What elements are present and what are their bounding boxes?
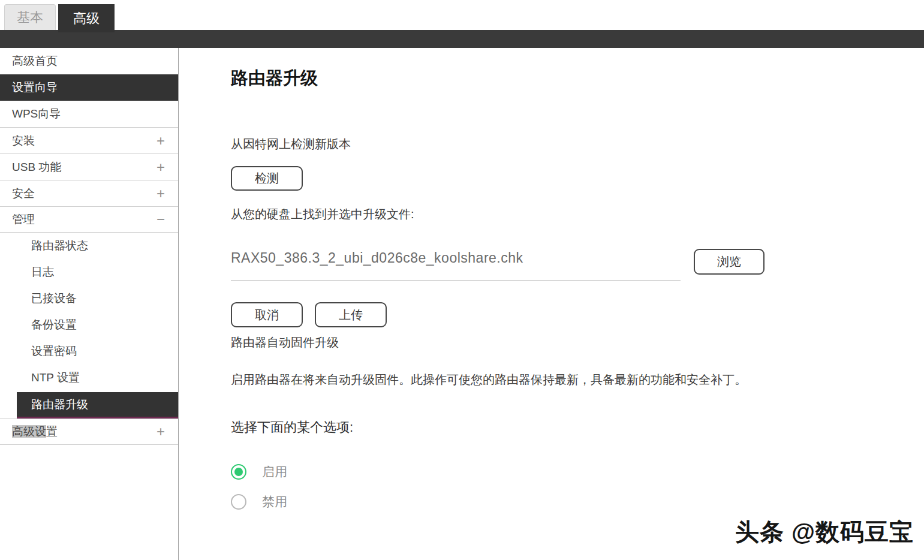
main-content: 路由器升级 从因特网上检测新版本 检测 从您的硬盘上找到并选中升级文件: RAX… <box>231 48 924 560</box>
sidebar-subitem-router-status[interactable]: 路由器状态 <box>0 233 178 259</box>
sidebar-subitem-set-password[interactable]: 设置密码 <box>0 338 178 365</box>
radio-option-enable[interactable]: 启用 <box>231 463 287 480</box>
sidebar-group-label: 安装 <box>12 133 35 149</box>
sidebar-group-label-rest: 置 <box>46 425 58 438</box>
text-selection-highlight: 高级设 <box>12 425 46 438</box>
auto-upgrade-description: 启用路由器在将来自动升级固件。此操作可使您的路由器保持最新，具备最新的功能和安全… <box>231 372 806 388</box>
filename-underline <box>231 281 681 281</box>
sidebar-group-label: 高级设置 <box>12 424 58 439</box>
collapse-minus-icon[interactable]: − <box>156 212 165 227</box>
sidebar-subitem-logs[interactable]: 日志 <box>0 259 178 285</box>
expand-plus-icon[interactable]: + <box>156 134 165 148</box>
sidebar-subitem-attached-devices[interactable]: 已接设备 <box>0 285 178 312</box>
watermark-text: 头条 @数码豆宝 <box>735 516 914 549</box>
sidebar-group-advanced-setup[interactable]: 高级设置 + <box>0 419 178 445</box>
sidebar-item-wps-wizard[interactable]: WPS向导 <box>0 101 178 127</box>
sidebar-item-setup-wizard[interactable]: 设置向导 <box>0 74 178 101</box>
expand-plus-icon[interactable]: + <box>156 160 165 174</box>
auto-upgrade-title: 路由器自动固件升级 <box>231 335 339 351</box>
check-internet-label: 从因特网上检测新版本 <box>231 136 351 152</box>
file-locate-label: 从您的硬盘上找到并选中升级文件: <box>231 206 414 222</box>
tab-basic[interactable]: 基本 <box>4 4 56 30</box>
sidebar-group-label: 安全 <box>12 186 35 201</box>
sidebar-subitem-ntp-settings[interactable]: NTP 设置 <box>0 365 178 391</box>
page-title: 路由器升级 <box>231 67 318 91</box>
radio-enable-label: 启用 <box>262 463 287 480</box>
sidebar-group-label: USB 功能 <box>12 159 61 175</box>
tab-advanced[interactable]: 高级 <box>58 4 115 32</box>
expand-plus-icon[interactable]: + <box>156 186 165 201</box>
sidebar-group-administration[interactable]: 管理 − <box>0 206 178 233</box>
radio-selected-icon[interactable] <box>231 464 246 480</box>
options-heading: 选择下面的某个选项: <box>231 419 353 436</box>
sidebar-nav: 高级首页 设置向导 WPS向导 安装 + USB 功能 + 安全 + 管理 − … <box>0 48 179 560</box>
sidebar-group-install[interactable]: 安装 + <box>0 127 178 153</box>
sidebar-subitem-backup-settings[interactable]: 备份设置 <box>0 312 178 338</box>
sidebar-item-advanced-home[interactable]: 高级首页 <box>0 48 178 74</box>
sidebar-group-label: 管理 <box>12 212 35 227</box>
router-admin-page: 基本 高级 高级首页 设置向导 WPS向导 安装 + USB 功能 + 安全 +… <box>0 0 924 560</box>
top-dark-bar <box>0 30 924 48</box>
expand-plus-icon[interactable]: + <box>156 424 165 439</box>
browse-button[interactable]: 浏览 <box>694 249 765 275</box>
sidebar-group-security[interactable]: 安全 + <box>0 180 178 206</box>
radio-unselected-icon[interactable] <box>231 494 246 510</box>
check-button[interactable]: 检测 <box>231 166 303 191</box>
firmware-filename: RAX50_386.3_2_ubi_d026c8e_koolshare.chk <box>231 250 523 266</box>
sidebar-group-usb-functions[interactable]: USB 功能 + <box>0 153 178 180</box>
upload-button[interactable]: 上传 <box>315 302 387 327</box>
radio-disable-label: 禁用 <box>262 493 287 510</box>
radio-option-disable[interactable]: 禁用 <box>231 493 287 510</box>
cancel-button[interactable]: 取消 <box>231 302 303 327</box>
sidebar-subitem-router-upgrade[interactable]: 路由器升级 <box>17 392 178 419</box>
